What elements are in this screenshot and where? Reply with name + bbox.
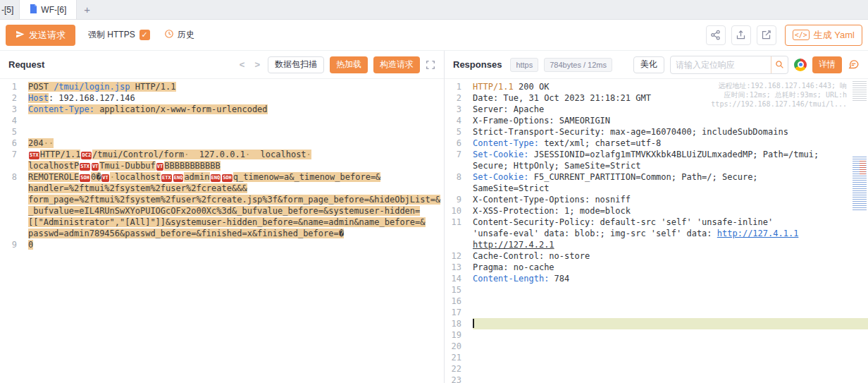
feedback-button[interactable] <box>848 59 860 71</box>
code-line-18: 18 <box>445 318 868 329</box>
code-line-3: 3Content-Type: application/x-www-form-ur… <box>0 104 444 115</box>
line-content[interactable] <box>473 341 868 352</box>
line-number: 16 <box>445 296 473 307</box>
export-button[interactable] <box>731 25 751 45</box>
line-content[interactable]: X-Content-Type-Options: nosniff <box>473 194 868 205</box>
code-line-22: 22 <box>445 363 868 375</box>
line-content[interactable] <box>28 115 444 126</box>
tab-wf-6[interactable]: WF-[6] <box>20 0 77 19</box>
search-submit-button[interactable] <box>771 56 788 73</box>
code-token: POST <box>28 82 54 92</box>
line-content[interactable] <box>473 307 868 318</box>
fullscreen-button[interactable] <box>426 60 435 70</box>
code-line-17: 17 <box>445 307 868 318</box>
line-content[interactable]: Content-Type: text/xml; charset=utf-8 <box>473 138 868 149</box>
line-content[interactable]: Server: Apache <box>473 104 868 115</box>
code-token: REMOTEROLE <box>28 172 79 182</box>
code-line-7: 7Set-Cookie: JSESSIONID=ozlafg1mTMVKXkbk… <box>445 149 868 171</box>
code-token: 127.0.0.1 <box>189 150 244 159</box>
line-content[interactable]: Content-Security-Policy: default-src 'se… <box>473 217 868 250</box>
next-request-button[interactable]: > <box>252 59 262 70</box>
construct-request-button[interactable]: 构造请求 <box>373 56 420 73</box>
line-content[interactable] <box>473 318 868 329</box>
code-token: Date: Tue, 31 Oct 2023 21:18:21 GMT <box>473 93 651 103</box>
code-line-21: 21 <box>445 352 868 363</box>
main-split: Request < > 数据包扫描 热加载 构造请求 1POST /tmui/l… <box>0 51 868 383</box>
code-token: · <box>110 172 115 182</box>
prev-request-button[interactable]: < <box>237 59 247 70</box>
line-content[interactable]: 0 <box>28 239 444 250</box>
line-number: 6 <box>445 138 473 149</box>
add-tab-button[interactable]: + <box>77 0 97 19</box>
line-content[interactable]: Strict-Transport-Security: max-age=16070… <box>473 126 868 138</box>
send-request-button[interactable]: 发送请求 <box>6 25 75 46</box>
line-content[interactable]: X-Frame-Options: SAMEORIGIN <box>473 115 868 126</box>
code-token: Cache-Control: no-store <box>473 251 590 261</box>
request-title: Request <box>8 59 44 70</box>
code-brackets-icon: </> <box>793 30 810 40</box>
open-in-chrome-button[interactable] <box>794 59 807 71</box>
line-content[interactable] <box>473 363 868 375</box>
line-content[interactable]: Cache-Control: no-store <box>473 250 868 262</box>
line-number: 21 <box>445 352 473 363</box>
line-number: 18 <box>445 318 473 329</box>
generate-yaml-button[interactable]: </> 生成 Yaml <box>785 25 862 46</box>
code-line-15: 15 <box>445 284 868 296</box>
code-token: admin <box>184 172 209 182</box>
beautify-button[interactable]: 美化 <box>633 56 664 73</box>
edit-button[interactable] <box>757 25 776 45</box>
generate-yaml-label: 生成 Yaml <box>814 29 855 42</box>
minimap[interactable] <box>851 79 868 383</box>
line-number: 19 <box>445 329 473 341</box>
line-content[interactable]: STXHTTP/1.1DC2/tmui/Control/form· 127.0.… <box>28 149 444 171</box>
code-token: Set-Cookie: <box>473 172 528 182</box>
line-number: 2 <box>445 92 473 104</box>
line-content[interactable]: HTTP/1.1 200 OK <box>473 81 868 92</box>
line-content[interactable]: REMOTEROLESOH0�VT·localhostETXENQadminEN… <box>28 171 444 239</box>
hot-reload-button[interactable]: 热加载 <box>330 56 368 73</box>
code-token: text/xml; charset=utf-8 <box>539 138 661 148</box>
line-content[interactable]: Set-Cookie: F5_CURRENT_PARTITION=Common;… <box>473 171 868 194</box>
history-button[interactable]: 历史 <box>164 29 194 41</box>
line-content[interactable] <box>473 375 868 383</box>
code-line-4: 4X-Frame-Options: SAMEORIGIN <box>445 115 868 126</box>
line-content[interactable] <box>473 284 868 296</box>
line-content[interactable]: Host: 192.168.127.146 <box>28 92 444 104</box>
line-content[interactable] <box>473 352 868 363</box>
chrome-icon <box>798 61 804 68</box>
response-header: Responses https 784bytes / 12ms 美化 详情 <box>445 51 868 79</box>
search-input[interactable] <box>671 60 771 70</box>
line-content[interactable] <box>28 126 444 138</box>
line-content[interactable]: Pragma: no-cache <box>473 262 868 273</box>
line-content[interactable]: Content-Type: application/x-www-form-url… <box>28 104 444 115</box>
code-token: 204 <box>28 138 44 148</box>
tab-label: WF-[6] <box>41 5 66 15</box>
cursor <box>473 319 474 328</box>
line-content[interactable] <box>473 329 868 341</box>
line-content[interactable]: Date: Tue, 31 Oct 2023 21:18:21 GMT <box>473 92 868 104</box>
request-editor[interactable]: 1POST /tmui/login.jsp HTTP/1.12Host: 192… <box>0 79 444 383</box>
code-line-5: 5Strict-Transport-Security: max-age=1607… <box>445 126 868 138</box>
control-char-token: SOH <box>222 174 232 182</box>
tab-previous-partial[interactable]: -[5] <box>0 0 20 19</box>
force-https-checkbox[interactable]: ✓ <box>140 30 150 40</box>
details-button[interactable]: 详情 <box>812 56 842 73</box>
force-https-toggle[interactable]: 强制 HTTPS ✓ <box>88 29 150 41</box>
packet-scan-button[interactable]: 数据包扫描 <box>268 56 324 73</box>
line-content[interactable]: POST /tmui/login.jsp HTTP/1.1 <box>28 81 444 92</box>
code-token: · <box>306 150 311 159</box>
code-token: Tmui-Dubbuf <box>99 161 155 171</box>
line-number: 3 <box>445 104 473 115</box>
code-token: 0 <box>28 240 33 250</box>
line-content[interactable]: X-XSS-Protection: 1; mode=block <box>473 205 868 217</box>
line-content[interactable]: 204·· <box>28 138 444 149</box>
response-editor[interactable]: 远程地址:192.168.127.146:443; 响 应时间:12ms; 总耗… <box>445 79 868 383</box>
line-content[interactable]: Set-Cookie: JSESSIONID=ozlafg1mTMVKXkbk4… <box>473 149 868 171</box>
file-icon <box>30 4 37 16</box>
line-content[interactable]: Content-Length: 784 <box>473 273 868 284</box>
line-number: 8 <box>445 171 473 194</box>
code-token: Host <box>28 93 49 103</box>
line-content[interactable] <box>473 296 868 307</box>
share-button[interactable] <box>706 25 726 45</box>
code-line-8: 8Set-Cookie: F5_CURRENT_PARTITION=Common… <box>445 171 868 194</box>
